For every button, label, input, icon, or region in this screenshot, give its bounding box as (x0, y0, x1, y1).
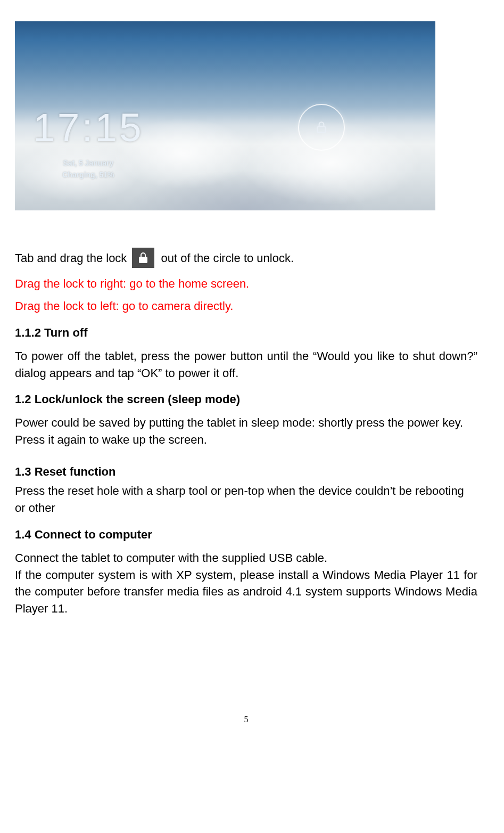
unlock-instruction-line: Tab and drag the lock out of the circle … (15, 248, 477, 270)
unlock-text-a: Tab and drag the lock (15, 251, 130, 265)
drag-left-text: Drag the lock to left: go to camera dire… (15, 298, 477, 315)
heading-1-4: 1.4 Connect to computer (15, 526, 477, 543)
lockscreen-time: 17:15 (33, 99, 144, 157)
body-1-2: Power could be saved by putting the tabl… (15, 414, 477, 448)
body-1-1-2: To power off the tablet, press the power… (15, 348, 477, 382)
lockscreen-clock: 17:15 Sat, 5 January Charging, 51% (33, 99, 144, 180)
heading-1-3: 1.3 Reset function (15, 463, 477, 480)
heading-1-1-2: 1.1.2 Turn off (15, 324, 477, 341)
heading-1-2: 1.2 Lock/unlock the screen (sleep mode) (15, 391, 477, 408)
svg-rect-0 (317, 127, 325, 133)
body-1-3: Press the reset hole with a sharp tool o… (15, 483, 477, 517)
lockscreen-charging: Charging, 51% (33, 169, 144, 180)
lock-icon (132, 248, 154, 268)
body-1-4-b: If the computer system is with XP system… (15, 567, 477, 618)
page-number: 5 (15, 713, 477, 725)
body-1-4-a: Connect the tablet to computer with the … (15, 550, 477, 567)
drag-right-text: Drag the lock to right: go to the home s… (15, 275, 477, 292)
unlock-text-b: out of the circle to unlock. (161, 251, 294, 265)
lockscreen-date: Sat, 5 January (33, 158, 144, 168)
lockscreen-image: 17:15 Sat, 5 January Charging, 51% (15, 21, 435, 210)
lock-ring-icon (298, 104, 345, 151)
